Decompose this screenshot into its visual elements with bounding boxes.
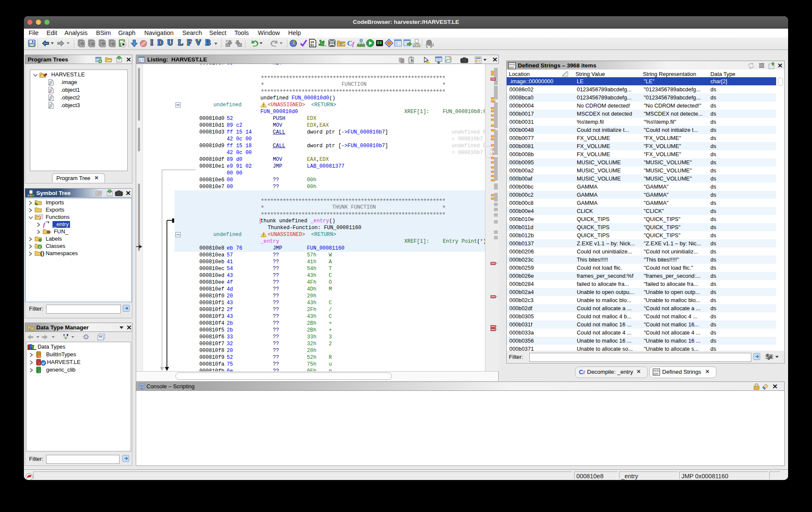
svg-text:0101: 0101 xyxy=(509,63,515,66)
svg-text:DAT: DAT xyxy=(654,372,659,375)
svg-text:DT: DT xyxy=(29,328,32,330)
svg-text:0101: 0101 xyxy=(654,369,660,372)
svg-text:f: f xyxy=(43,221,46,228)
svg-text:DAT: DAT xyxy=(509,66,514,69)
svg-text:C: C xyxy=(39,245,41,249)
